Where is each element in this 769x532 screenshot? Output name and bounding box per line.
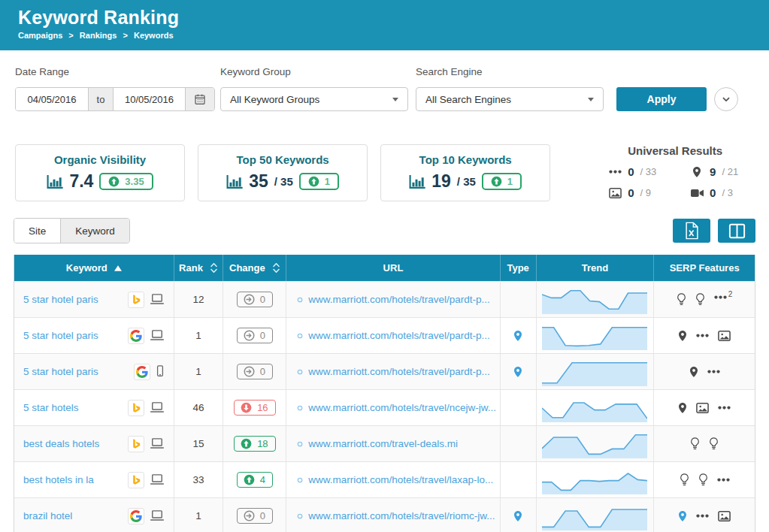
rank-value: 1	[195, 330, 201, 341]
serp-feature-lightbulb-icon	[695, 293, 705, 306]
rank-cell: 1	[174, 318, 223, 353]
link-circle-icon	[297, 513, 303, 519]
url-link[interactable]: www.marriott.com/hotels/travel/pardt-p..…	[308, 330, 490, 341]
breadcrumb-rankings[interactable]: Rankings	[80, 31, 117, 40]
keyword-link[interactable]: 5 star hotel paris	[23, 294, 98, 305]
stat-value: 9	[710, 165, 716, 178]
url-cell: www.marriott.com/travel-deals.mi	[286, 426, 499, 461]
change-cell: 4	[223, 462, 286, 497]
table-toolbar: Site Keyword	[14, 218, 755, 243]
breadcrumb: Campaigns > Rankings > Keywords	[18, 31, 769, 40]
trend-cell	[536, 498, 654, 532]
expand-filters-button[interactable]	[714, 87, 738, 111]
serp-features-cell	[653, 462, 755, 497]
trend-sparkline	[542, 430, 647, 458]
export-excel-button[interactable]	[673, 219, 710, 243]
rank-value: 33	[193, 474, 204, 485]
serp-features-cell: 2	[653, 282, 755, 317]
change-badge: 18	[234, 436, 275, 452]
trend-sparkline	[542, 394, 647, 422]
column-settings-button[interactable]	[718, 219, 755, 243]
link-circle-icon	[297, 441, 303, 447]
arrow-up-circle-icon	[244, 474, 255, 485]
rank-value: 46	[193, 402, 204, 413]
arrow-right-circle-icon	[244, 366, 255, 377]
link-circle-icon	[297, 477, 303, 483]
url-link[interactable]: www.marriott.com/hotels/travel/riomc-jw.…	[308, 510, 495, 521]
serp-feature-pin-icon	[689, 366, 698, 378]
column-header-rank[interactable]: Rank	[174, 255, 223, 281]
search-engine-select[interactable]: All Search Engines	[416, 87, 604, 111]
keyword-group-select[interactable]: All Keyword Groups	[220, 87, 408, 111]
rank-value: 1	[195, 366, 201, 377]
google-icon	[128, 508, 144, 524]
tab-site[interactable]: Site	[14, 219, 60, 243]
serp-feature-lightbulb-icon	[680, 473, 689, 486]
keyword-link[interactable]: brazil hotel	[23, 510, 72, 521]
table-row: brazil hotel10www.marriott.com/hotels/tr…	[14, 497, 755, 532]
table-row: best hotels in la334www.marriott.com/hot…	[14, 461, 755, 497]
trend-sparkline	[542, 466, 647, 494]
arrow-up-circle-icon	[308, 176, 319, 187]
table-body: 5 star hotel paris120www.marriott.com/ho…	[14, 281, 755, 532]
app-header: Keyword Ranking Campaigns > Rankings > K…	[0, 0, 769, 50]
keyword-link[interactable]: 5 star hotel paris	[23, 330, 98, 341]
serp-feature-ellipsis-icon	[707, 370, 720, 373]
calendar-button[interactable]	[186, 88, 214, 110]
bar-chart-icon	[409, 175, 425, 189]
serp-feature-ellipsis-icon	[718, 406, 731, 410]
serp-feature-ellipsis-icon	[696, 514, 709, 518]
keyword-cell: brazil hotel	[14, 498, 174, 532]
date-to-input[interactable]	[114, 88, 186, 110]
date-from-input[interactable]	[16, 88, 88, 110]
change-badge: 0	[237, 364, 273, 379]
serp-features-cell	[653, 354, 755, 389]
type-cell	[500, 498, 536, 532]
column-header-keyword[interactable]: Keyword	[14, 255, 174, 281]
bing-icon	[128, 400, 144, 416]
keyword-group-value: All Keyword Groups	[230, 94, 319, 105]
card-title: Top 50 Keywords	[198, 153, 367, 166]
apply-button[interactable]: Apply	[616, 87, 707, 111]
url-link[interactable]: www.marriott.com/travel-deals.mi	[308, 438, 458, 449]
url-link[interactable]: www.marriott.com/hotels/travel/pardt-p..…	[308, 366, 490, 377]
tab-keyword[interactable]: Keyword	[60, 219, 129, 243]
universal-results-stats: 0/ 339/ 210/ 90/ 3	[581, 165, 769, 199]
rank-cell: 33	[174, 462, 223, 497]
change-cell: 0	[223, 354, 286, 389]
serp-features-cell	[653, 426, 755, 461]
url-link[interactable]: www.marriott.com/hotels/travel/ncejw-jw.…	[308, 402, 496, 413]
change-badge: 4	[237, 472, 273, 488]
keyword-link[interactable]: 5 star hotel paris	[23, 366, 98, 377]
keyword-link[interactable]: best deals hotels	[23, 438, 99, 449]
arrow-right-circle-icon	[244, 510, 255, 521]
google-icon	[134, 364, 150, 380]
summary-section: Organic Visibility 7.4 3.35 Top 50 Keywo…	[15, 144, 769, 201]
breadcrumb-campaigns[interactable]: Campaigns	[18, 31, 62, 40]
change-cell: 16	[223, 390, 286, 425]
columns-icon	[728, 223, 746, 239]
url-cell: www.marriott.com/hotels/travel/pardt-p..…	[286, 318, 499, 353]
delta-badge: 3.35	[99, 173, 153, 190]
change-badge: 16	[234, 400, 275, 416]
change-badge: 0	[237, 508, 273, 524]
column-header-change[interactable]: Change	[223, 255, 286, 281]
serp-feature-pin-icon	[678, 510, 687, 522]
bing-icon	[128, 472, 144, 488]
change-value: 4	[260, 474, 265, 485]
pin-icon	[690, 166, 704, 178]
keyword-link[interactable]: best hotels in la	[23, 474, 94, 485]
trend-sparkline	[542, 286, 647, 314]
change-value: 0	[260, 294, 265, 305]
keyword-link[interactable]: 5 star hotels	[23, 402, 79, 413]
url-link[interactable]: www.marriott.com/hotels/travel/pardt-p..…	[308, 294, 490, 305]
card-title: Top 10 Keywords	[381, 153, 550, 166]
column-label: URL	[383, 262, 404, 274]
export-buttons	[673, 219, 755, 243]
serp-features-cell	[653, 318, 755, 353]
breadcrumb-keywords[interactable]: Keywords	[134, 31, 174, 40]
column-label: Keyword	[66, 262, 107, 274]
url-link[interactable]: www.marriott.com/hotels/travel/laxap-lo.…	[308, 474, 493, 485]
arrow-right-circle-icon	[244, 294, 255, 305]
change-badge: 0	[237, 328, 273, 343]
